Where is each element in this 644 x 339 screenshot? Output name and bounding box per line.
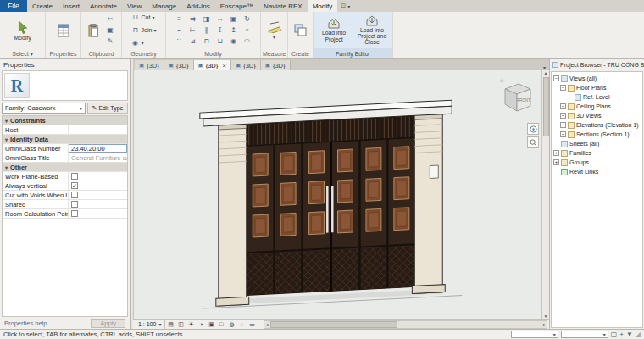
property-value[interactable] [69,209,127,218]
vertical-scroll-thumb[interactable] [543,77,549,136]
tree-item-3d-views[interactable]: +3D Views [552,111,642,120]
move-tool-icon[interactable]: ↔ [214,14,227,24]
copy-icon[interactable]: ▣ [103,25,117,36]
ribbon-tab-add-ins[interactable]: Add-Ins [181,0,215,12]
tree-item-elevations-elevation-1-[interactable]: +Elevations (Elevation 1) [552,120,642,130]
filter-icon[interactable]: ▼ [626,331,633,338]
delete-tool-icon[interactable]: × [241,25,254,35]
tree-item-revit-links[interactable]: Revit Links [552,167,642,176]
ribbon-tab-naviate-rex[interactable]: Naviate REX [258,0,308,12]
temporary-properties-icon[interactable]: ▭ [247,320,257,329]
properties-palette-button[interactable] [55,24,72,37]
scale-tool-icon[interactable]: ⊿ [186,36,200,46]
scroll-left-icon[interactable]: ◄ [264,322,269,327]
checkbox[interactable] [71,210,78,217]
ribbon-tab-view[interactable]: View [122,0,147,12]
join-geometry-button[interactable]: ⊓Join▾ [130,25,158,36]
join-tool-icon[interactable]: ⊓ [200,36,214,46]
property-value[interactable] [69,200,127,208]
collapse-icon[interactable]: − [560,85,566,91]
expand-icon[interactable]: + [560,103,566,109]
ribbon-tab-enscape-[interactable]: Enscape™ [215,0,258,12]
property-row[interactable]: Room Calculation Point [3,209,127,219]
viewcube[interactable]: ⌂ FRONT [495,75,536,118]
horizontal-scroll-thumb[interactable] [270,321,397,328]
checkbox[interactable] [71,192,78,198]
resize-grip[interactable]: ◢ [636,331,641,338]
tree-item-ceiling-plans[interactable]: +Ceiling Plans [552,102,642,111]
expand-icon[interactable]: + [560,113,566,119]
properties-section-header[interactable]: ▾Identity Data [3,135,127,144]
view-tab[interactable]: ▣{3D} [231,60,261,70]
steering-wheel-icon[interactable] [527,123,539,135]
property-row[interactable]: Shared [3,200,127,209]
viewcube-home-icon[interactable]: ⌂ [500,77,503,83]
ribbon-tab-create[interactable]: Create [27,0,58,12]
tree-item-families[interactable]: +Families [552,148,642,158]
offset-tool-icon[interactable]: ⇉ [186,14,200,24]
tree-item-ref-level[interactable]: Ref. Level [552,92,642,102]
crop-visibility-icon[interactable]: □ [216,320,226,329]
modify-panel-label[interactable]: Modify [166,48,260,58]
view-tab[interactable]: ▣{3D} [261,60,291,70]
clipboard-panel-label[interactable]: Clipboard [81,48,121,58]
property-row[interactable]: Work Plane-Based [3,172,127,181]
property-row[interactable]: Host [3,125,127,135]
shadows-icon[interactable]: ◑ [196,320,206,329]
load-into-project-button[interactable]: Load into Project [316,18,352,42]
scroll-up-icon[interactable]: ▲ [544,70,548,75]
property-value[interactable]: ✓ [69,181,127,190]
reveal-hidden-icon[interactable]: ◌ [236,320,247,329]
property-row[interactable]: Cut with Voids When Load... [3,191,127,200]
mirror-tool-icon[interactable]: ◨ [200,14,214,24]
scroll-down-icon[interactable]: ▼ [544,314,548,319]
property-value[interactable] [69,125,127,134]
properties-panel-label[interactable]: Properties [46,48,80,58]
detail-level-icon[interactable]: ▤ [165,320,175,329]
project-browser-title[interactable]: Project Browser - TRU CỔNG BIMEDU... [550,59,644,70]
paint-button[interactable]: ◉▾ [130,37,158,49]
tree-item-groups[interactable]: +Groups [552,158,642,167]
create-panel-label[interactable]: Create [288,48,313,58]
tree-item-sections-section-1-[interactable]: +Sections (Section 1) [552,130,642,139]
gate-family-3d-model[interactable] [134,70,549,319]
align-tool-icon[interactable]: ≡ [173,14,186,24]
property-row[interactable]: OmniClass Number23.40.20.00 [3,144,127,153]
modify-tool-button[interactable]: Modify [12,20,33,41]
expand-icon[interactable]: + [560,122,566,128]
array-tool-icon[interactable]: ∷ [173,36,186,46]
scroll-right-icon[interactable]: ► [542,322,547,327]
cut-geometry-button[interactable]: ⊔Cut▾ [130,12,158,24]
cut-icon[interactable]: ✂ [103,14,117,25]
type-selector[interactable]: R [2,70,128,101]
workset-dropdown[interactable]: ▾ [511,331,558,338]
checkbox[interactable]: ✓ [71,182,78,189]
property-value[interactable] [69,172,127,181]
split-tool-icon[interactable]: ∥ [200,25,214,35]
paint-tool-icon[interactable]: ◉ [227,36,241,46]
measure-button[interactable]: ▾ [266,21,283,40]
extend-tool-icon[interactable]: ⊢ [186,25,200,35]
create-similar-button[interactable] [292,24,308,36]
checkbox[interactable] [71,173,78,180]
edit-type-button[interactable]: ✎Edit Type [87,103,128,114]
ribbon-tab-insert[interactable]: Insert [58,0,85,12]
tab-list-chevron-icon[interactable]: ▾ [540,64,549,70]
scale-control[interactable]: 1 : 100▾ [135,320,165,329]
properties-help-link[interactable]: Properties help [4,320,47,327]
view-tab[interactable]: ▣{3D}× [194,60,231,70]
unpin-tool-icon[interactable]: ↥ [227,25,241,35]
checkbox[interactable] [71,201,78,208]
close-tab-icon[interactable]: × [222,62,226,69]
view-tab[interactable]: ▣{3D} [135,60,164,70]
copy-tool-icon[interactable]: ▣ [227,14,241,24]
property-row[interactable]: OmniClass TitleGeneral Furniture and Spe… [3,153,127,163]
temporary-hide-icon[interactable]: ◍ [226,320,236,329]
drawing-area[interactable]: ⌂ FRONT ▲▼ [133,70,549,319]
expand-icon[interactable]: + [553,159,559,165]
sun-path-icon[interactable]: ☀ [186,320,196,329]
expand-icon[interactable]: + [553,150,559,156]
zoom-icon[interactable] [527,136,539,148]
modify-options-icon[interactable]: ⊡ ▾ [337,0,353,12]
tree-item-floor-plans[interactable]: −Floor Plans [552,83,642,92]
